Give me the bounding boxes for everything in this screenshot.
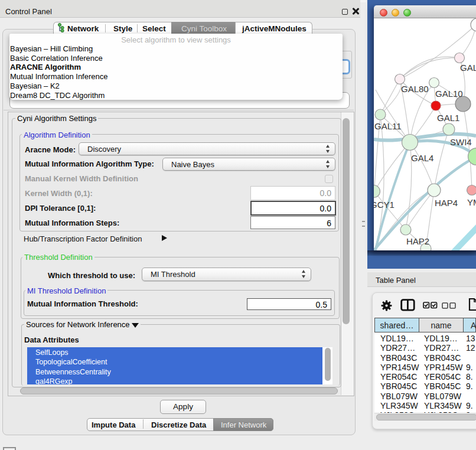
svg-text:SWI4: SWI4 [450,137,472,147]
svg-text:GAL1: GAL1 [437,113,459,123]
svg-text:YMR0: YMR0 [467,197,476,207]
svg-text:GAL4: GAL4 [411,153,433,163]
svg-text:GCY1: GCY1 [374,200,395,210]
svg-text:GAL11: GAL11 [374,121,402,131]
svg-text:HAP2: HAP2 [406,236,429,246]
svg-text:GAL10: GAL10 [435,89,463,99]
svg-text:GAL2: GAL2 [460,63,476,73]
svg-text:HAP4: HAP4 [435,198,458,208]
svg-text:GAL80: GAL80 [401,84,429,94]
